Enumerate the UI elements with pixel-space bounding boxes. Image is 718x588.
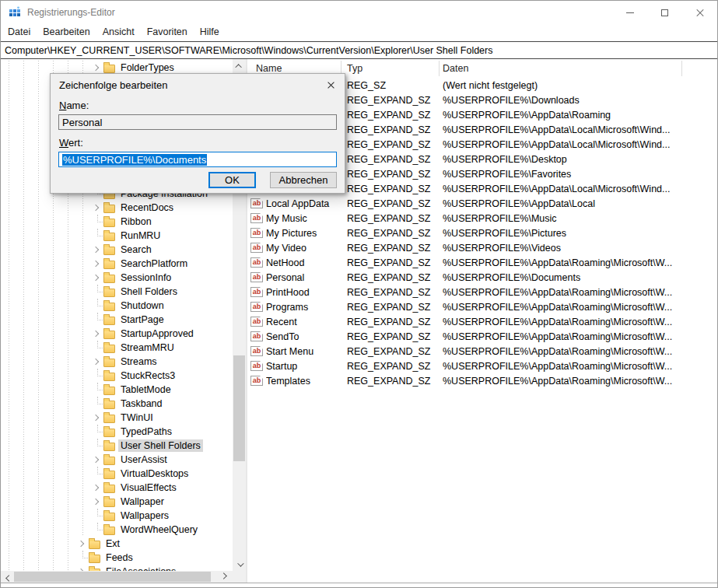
list-row[interactable]: ab Templates REG_EXPAND_SZ %USERPROFILE%…	[247, 373, 717, 388]
tree-item-label[interactable]: SessionInfo	[118, 271, 173, 284]
tree-item[interactable]: Wallpapers	[2, 509, 231, 523]
tree-item-label[interactable]: UserAssist	[118, 453, 170, 466]
expand-chevron-icon[interactable]	[91, 327, 103, 341]
list-row[interactable]: ab Start Menu REG_EXPAND_SZ %USERPROFILE…	[247, 344, 717, 359]
tree-item-label[interactable]: Shutdown	[118, 299, 166, 312]
expand-chevron-icon[interactable]	[76, 537, 89, 551]
tree-item-label[interactable]: Taskband	[118, 397, 165, 410]
tree-item[interactable]: VirtualDesktops	[2, 467, 231, 481]
column-header-typ[interactable]: Typ	[347, 63, 363, 74]
expand-chevron-icon[interactable]	[91, 201, 103, 215]
value-name[interactable]: My Pictures	[266, 228, 347, 239]
tree-item[interactable]: Wallpaper	[2, 495, 231, 509]
tree-item-label[interactable]: RunMRU	[118, 229, 163, 242]
cancel-button[interactable]: Abbrechen	[270, 172, 337, 188]
address-bar[interactable]: Computer\HKEY_CURRENT_USER\SOFTWARE\Micr…	[1, 41, 717, 59]
expand-chevron-icon[interactable]	[91, 271, 103, 285]
value-name[interactable]: My Music	[266, 213, 347, 224]
vertical-scroll-thumb[interactable]	[233, 355, 245, 461]
scroll-left-button[interactable]	[1, 571, 14, 583]
tree-item-label[interactable]: Streams	[118, 355, 159, 368]
value-name[interactable]: Recent	[266, 317, 347, 327]
tree-item[interactable]: StartPage	[2, 313, 231, 327]
column-header-daten[interactable]: Daten	[443, 63, 468, 74]
list-row[interactable]: ab My Pictures REG_EXPAND_SZ %USERPROFIL…	[247, 226, 717, 240]
expand-chevron-icon[interactable]	[91, 257, 103, 271]
tree-item[interactable]: RecentDocs	[2, 201, 231, 215]
tree-item-label[interactable]: Wallpaper	[118, 495, 166, 508]
expand-chevron-icon[interactable]	[91, 355, 103, 369]
tree-item[interactable]: TWinUI	[2, 411, 231, 425]
tree-item[interactable]: Streams	[2, 355, 231, 369]
expand-chevron-icon[interactable]	[91, 495, 103, 509]
tree-item-label[interactable]: TWinUI	[118, 411, 156, 424]
tree-item-label[interactable]: StartPage	[118, 313, 166, 326]
tree-item[interactable]: Search	[2, 243, 231, 257]
tree-item-label[interactable]: StartupApproved	[118, 327, 196, 340]
tree-item-label[interactable]: Ext	[103, 537, 122, 550]
tree-item-label[interactable]: Shell Folders	[118, 285, 180, 298]
menu-item-datei[interactable]: Datei	[2, 25, 37, 40]
menu-item-hilfe[interactable]: Hilfe	[194, 25, 226, 40]
tree-item[interactable]: VisualEffects	[2, 481, 231, 495]
tree-item-label[interactable]: StuckRects3	[118, 369, 177, 382]
scroll-down-button[interactable]	[233, 558, 246, 571]
tree-item[interactable]: TabletMode	[2, 383, 231, 397]
expand-chevron-icon[interactable]	[91, 243, 103, 257]
value-input[interactable]: %USERPROFILE%\Documents	[58, 152, 337, 167]
expand-chevron-icon[interactable]	[76, 565, 89, 571]
tree-item-label[interactable]: Feeds	[103, 551, 135, 564]
name-input[interactable]: Personal	[58, 114, 337, 130]
tree-item[interactable]: StuckRects3	[2, 369, 231, 383]
column-separator[interactable]	[681, 61, 682, 76]
scroll-up-button[interactable]	[233, 59, 246, 72]
list-row[interactable]: ab PrintHood REG_EXPAND_SZ %USERPROFILE%…	[247, 285, 717, 299]
expand-chevron-icon[interactable]	[91, 481, 103, 495]
maximize-button[interactable]	[647, 1, 682, 24]
value-name[interactable]: Programs	[266, 302, 347, 313]
list-row[interactable]: ab Local AppData REG_EXPAND_SZ %USERPROF…	[247, 196, 717, 211]
tree-item[interactable]: UserAssist	[2, 453, 231, 467]
value-name[interactable]: NetHood	[266, 257, 347, 268]
tree-item[interactable]: WordWheelQuery	[2, 523, 231, 537]
tree-item-label[interactable]: VirtualDesktops	[118, 467, 191, 480]
value-name[interactable]: PrintHood	[266, 287, 347, 298]
expand-chevron-icon[interactable]	[91, 453, 103, 467]
tree-item[interactable]: Shutdown	[2, 299, 231, 313]
value-name[interactable]: Templates	[266, 376, 347, 387]
menu-item-favoriten[interactable]: Favoriten	[141, 25, 194, 40]
tree-item-label[interactable]: RecentDocs	[118, 201, 176, 214]
list-row[interactable]: ab Personal REG_EXPAND_SZ %USERPROFILE%\…	[247, 270, 717, 285]
value-name[interactable]: Local AppData	[266, 198, 347, 209]
value-name[interactable]: Personal	[266, 272, 347, 283]
column-header-name[interactable]: Name	[256, 63, 282, 74]
tree-item-label[interactable]: FileAssociations	[103, 565, 178, 571]
tree-item-label[interactable]: User Shell Folders	[118, 439, 203, 452]
tree-item-label[interactable]: TypedPaths	[118, 425, 174, 438]
column-separator[interactable]	[439, 61, 440, 76]
tree-item[interactable]: StreamMRU	[2, 341, 231, 355]
tree-item[interactable]: RunMRU	[2, 229, 231, 243]
value-name[interactable]: Startup	[266, 361, 347, 372]
list-row[interactable]: ab NetHood REG_EXPAND_SZ %USERPROFILE%\A…	[247, 255, 717, 270]
menu-item-bearbeiten[interactable]: Bearbeiten	[37, 25, 96, 40]
minimize-button[interactable]	[612, 1, 647, 24]
tree-item-label[interactable]: WordWheelQuery	[118, 523, 200, 536]
value-name[interactable]: Start Menu	[266, 346, 347, 357]
tree-item-label[interactable]: FolderTypes	[118, 61, 177, 74]
tree-item-label[interactable]: SearchPlatform	[118, 257, 190, 270]
ok-button[interactable]: OK	[208, 172, 256, 188]
tree-item[interactable]: Ext	[2, 537, 231, 551]
value-name[interactable]: My Video	[266, 243, 347, 254]
tree-item[interactable]: FileAssociations	[2, 565, 231, 571]
tree-item-label[interactable]: Ribbon	[118, 215, 154, 228]
list-row[interactable]: ab My Music REG_EXPAND_SZ %USERPROFILE%\…	[247, 211, 717, 226]
horizontal-scroll-thumb[interactable]	[14, 572, 211, 582]
list-row[interactable]: ab Programs REG_EXPAND_SZ %USERPROFILE%\…	[247, 299, 717, 314]
menu-item-ansicht[interactable]: Ansicht	[96, 25, 141, 40]
tree-item[interactable]: SessionInfo	[2, 271, 231, 285]
tree-item[interactable]: Feeds	[2, 551, 231, 565]
list-row[interactable]: ab Startup REG_EXPAND_SZ %USERPROFILE%\A…	[247, 359, 717, 373]
value-name[interactable]: SendTo	[266, 331, 347, 342]
scroll-right-button[interactable]	[218, 571, 231, 583]
